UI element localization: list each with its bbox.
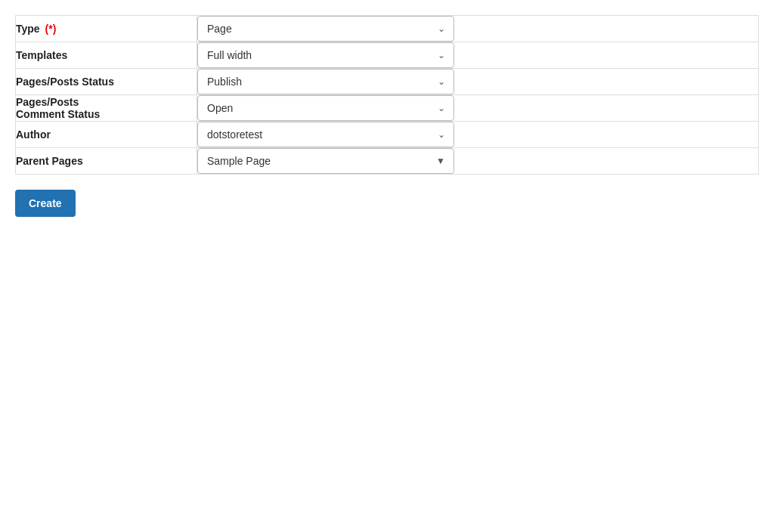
label-parent_pages: Parent Pages [16, 148, 197, 175]
form-row-templates: TemplatesFull widthDefaultSidebar⌄ [16, 42, 759, 69]
select-templates[interactable]: Full widthDefaultSidebar [197, 42, 454, 68]
input-cell-type: PagePostCustom Post⌄ [197, 16, 759, 42]
label-pages_posts_status: Pages/Posts Status [16, 69, 197, 95]
input-cell-parent_pages: Sample PageHomeAbout▼ [197, 148, 759, 175]
input-cell-templates: Full widthDefaultSidebar⌄ [197, 42, 759, 69]
select-wrapper-templates: Full widthDefaultSidebar⌄ [197, 42, 454, 68]
input-cell-pages_posts_comment_status: OpenClosed⌄ [197, 95, 759, 122]
select-wrapper-parent_pages: Sample PageHomeAbout▼ [197, 148, 454, 174]
form-row-pages_posts_comment_status: Pages/PostsComment StatusOpenClosed⌄ [16, 95, 759, 122]
select-author[interactable]: dotstoretestadmineditor [197, 122, 454, 147]
label-templates: Templates [16, 42, 197, 69]
form-row-type: Type (*)PagePostCustom Post⌄ [16, 16, 759, 42]
label-text-templates: Templates [16, 49, 67, 61]
page-wrapper: Type (*)PagePostCustom Post⌄TemplatesFul… [0, 0, 774, 240]
select-pages_posts_status[interactable]: PublishDraftPending [197, 69, 454, 94]
select-wrapper-pages_posts_comment_status: OpenClosed⌄ [197, 95, 454, 121]
required-marker-type: (*) [42, 23, 57, 35]
label-author: Author [16, 122, 197, 148]
form-row-pages_posts_status: Pages/Posts StatusPublishDraftPending⌄ [16, 69, 759, 95]
input-cell-pages_posts_status: PublishDraftPending⌄ [197, 69, 759, 95]
select-pages_posts_comment_status[interactable]: OpenClosed [197, 95, 454, 121]
label-type: Type (*) [16, 16, 197, 42]
label-text-pages_posts_status: Pages/Posts Status [16, 76, 114, 88]
select-type[interactable]: PagePostCustom Post [197, 16, 454, 42]
select-wrapper-author: dotstoretestadmineditor⌄ [197, 122, 454, 147]
label-text-parent_pages: Parent Pages [16, 155, 83, 167]
form-table: Type (*)PagePostCustom Post⌄TemplatesFul… [15, 15, 759, 175]
select-parent_pages[interactable]: Sample PageHomeAbout [197, 148, 454, 174]
input-cell-author: dotstoretestadmineditor⌄ [197, 122, 759, 148]
label-text-author: Author [16, 128, 51, 141]
form-row-parent_pages: Parent PagesSample PageHomeAbout▼ [16, 148, 759, 175]
label-text-pages_posts_comment_status: Pages/PostsComment Status [16, 96, 100, 120]
select-wrapper-type: PagePostCustom Post⌄ [197, 16, 454, 42]
label-text-type: Type [16, 23, 40, 35]
select-wrapper-pages_posts_status: PublishDraftPending⌄ [197, 69, 454, 94]
form-row-author: Authordotstoretestadmineditor⌄ [16, 122, 759, 148]
create-button[interactable]: Create [15, 190, 76, 217]
label-pages_posts_comment_status: Pages/PostsComment Status [16, 95, 197, 122]
